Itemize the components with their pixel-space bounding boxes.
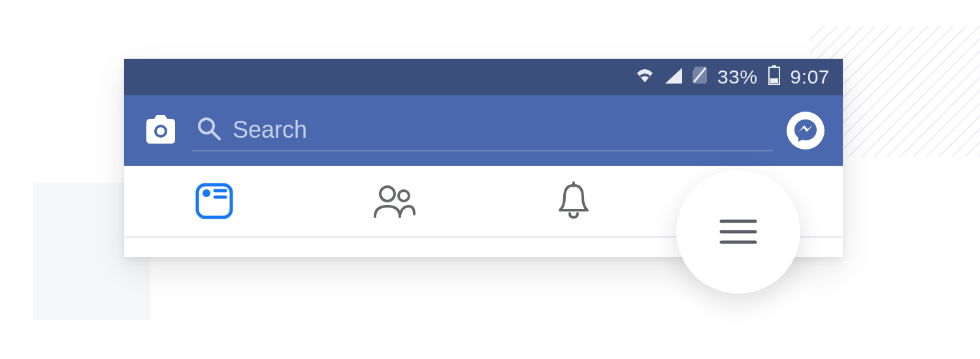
camera-button[interactable]: [142, 112, 179, 149]
wifi-icon: [635, 66, 655, 88]
status-bar: 33% 9:07: [124, 59, 843, 95]
messenger-icon: [792, 117, 819, 144]
search-field[interactable]: [192, 110, 774, 151]
camera-icon: [142, 115, 179, 146]
tab-notifications[interactable]: [483, 166, 663, 236]
menu-button-highlight[interactable]: [676, 170, 800, 294]
search-icon: [196, 116, 222, 144]
hamburger-icon: [717, 216, 759, 247]
bell-icon: [556, 181, 591, 221]
battery-percent: 33%: [717, 66, 758, 88]
newsfeed-icon: [195, 183, 233, 219]
svg-point-5: [157, 127, 165, 135]
battery-icon: [768, 65, 780, 89]
search-input[interactable]: [233, 116, 774, 144]
app-bar: [124, 95, 843, 166]
svg-point-12: [380, 187, 395, 201]
friends-icon: [371, 183, 417, 219]
svg-point-13: [399, 191, 409, 201]
svg-rect-3: [770, 78, 778, 83]
tab-newsfeed[interactable]: [124, 166, 304, 236]
svg-line-7: [212, 132, 220, 139]
clock: 9:07: [791, 66, 830, 88]
no-sim-icon: [693, 66, 707, 88]
messenger-button[interactable]: [787, 112, 825, 149]
tab-friends[interactable]: [304, 166, 483, 236]
cell-signal-icon: [665, 66, 682, 88]
svg-point-9: [203, 189, 210, 197]
